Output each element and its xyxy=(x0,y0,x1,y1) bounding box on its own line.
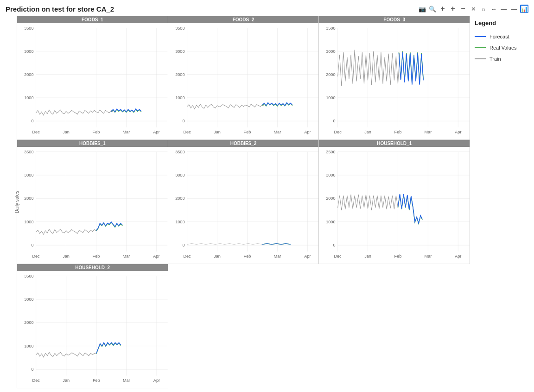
chart-household1-header: HOUSEHOLD_1 xyxy=(319,140,470,147)
svg-text:Mar: Mar xyxy=(425,130,432,134)
chart-row-2: HOBBIES_1 35 xyxy=(4,140,470,264)
svg-text:Dec: Dec xyxy=(32,254,40,259)
svg-text:3500: 3500 xyxy=(24,150,33,154)
chart-foods1-header: FOODS_1 xyxy=(17,16,168,23)
chart-household1-svg: 3500 3000 2000 1000 0 Dec xyxy=(319,147,470,264)
minus-icon[interactable]: − xyxy=(459,5,467,13)
toolbar: Prediction on test for store CA_2 📷 🔍 + … xyxy=(4,4,530,14)
svg-text:0: 0 xyxy=(31,243,33,247)
chart-hobbies1-header: HOBBIES_1 xyxy=(17,140,168,147)
svg-text:Feb: Feb xyxy=(243,254,251,259)
svg-text:1000: 1000 xyxy=(326,220,336,224)
home-icon[interactable]: ⌂ xyxy=(479,5,488,13)
svg-text:3500: 3500 xyxy=(326,25,336,30)
chart-foods3-header: FOODS_3 xyxy=(319,16,470,23)
svg-text:Apr: Apr xyxy=(455,130,462,134)
svg-text:Dec: Dec xyxy=(183,130,191,134)
svg-text:1000: 1000 xyxy=(24,95,33,100)
svg-text:2000: 2000 xyxy=(24,196,33,201)
add-icon-2[interactable]: + xyxy=(449,5,457,13)
dash-icon-2[interactable]: — xyxy=(510,5,518,13)
chart-hobbies2-svg: 3500 3000 2000 1000 0 Dec xyxy=(168,147,319,264)
svg-text:3500: 3500 xyxy=(24,274,33,278)
chart-hobbies1-svg: 3500 3000 2000 1000 0 Dec xyxy=(17,147,168,264)
svg-text:Dec: Dec xyxy=(32,378,40,383)
svg-text:3000: 3000 xyxy=(175,173,184,177)
main-container: Prediction on test for store CA_2 📷 🔍 + … xyxy=(0,0,534,392)
chart-foods3-body: 3500 3000 2000 1000 0 Dec xyxy=(319,23,470,139)
chart-household2-svg: 3500 3000 2000 1000 0 Dec xyxy=(17,271,168,388)
svg-text:0: 0 xyxy=(182,119,184,123)
resize-icon[interactable]: ↔ xyxy=(490,5,498,13)
svg-text:0: 0 xyxy=(31,367,33,372)
chart-foods2-header: FOODS_2 xyxy=(168,16,319,23)
svg-text:Dec: Dec xyxy=(334,130,342,134)
svg-text:Apr: Apr xyxy=(455,254,462,259)
legend-item-realvalues: Real Values xyxy=(475,45,526,51)
svg-text:2000: 2000 xyxy=(175,72,184,77)
svg-text:Feb: Feb xyxy=(93,378,100,383)
svg-text:3000: 3000 xyxy=(24,49,33,54)
chart-foods3-svg: 3500 3000 2000 1000 0 Dec xyxy=(319,23,470,139)
toolbar-icons: 📷 🔍 + + − ✕ ⌂ ↔ — — 📊 xyxy=(418,5,528,13)
chart-household2: HOUSEHOLD_2 xyxy=(17,264,168,388)
legend-item-train: Train xyxy=(475,56,526,62)
legend-line-forecast xyxy=(475,36,486,37)
chart-row-3: HOUSEHOLD_2 xyxy=(4,264,470,388)
svg-text:3000: 3000 xyxy=(24,173,33,177)
svg-text:Feb: Feb xyxy=(93,130,100,134)
svg-text:3500: 3500 xyxy=(326,150,336,154)
svg-text:1000: 1000 xyxy=(24,220,33,224)
legend-label-forecast: Forecast xyxy=(490,34,509,39)
chart-hobbies2: HOBBIES_2 35 xyxy=(168,140,319,264)
svg-text:2000: 2000 xyxy=(326,196,336,201)
svg-text:3000: 3000 xyxy=(326,49,336,54)
chart-household2-header: HOUSEHOLD_2 xyxy=(17,264,168,271)
svg-text:Jan: Jan xyxy=(63,254,70,259)
svg-text:Jan: Jan xyxy=(214,254,221,259)
svg-text:2000: 2000 xyxy=(175,196,184,201)
chart-hobbies1-body: 3500 3000 2000 1000 0 Dec xyxy=(17,147,168,264)
content-area: Daily sales FOODS_1 xyxy=(4,16,530,388)
svg-text:Dec: Dec xyxy=(32,130,40,134)
legend-line-train xyxy=(475,58,486,59)
svg-text:3000: 3000 xyxy=(326,173,336,177)
svg-text:2000: 2000 xyxy=(24,72,33,77)
chart-foods3: FOODS_3 3500 xyxy=(319,16,470,140)
svg-text:Apr: Apr xyxy=(153,378,160,383)
svg-text:Feb: Feb xyxy=(243,130,251,134)
svg-text:Apr: Apr xyxy=(304,130,311,134)
svg-text:Mar: Mar xyxy=(425,254,432,259)
chart-foods1-body: 3500 3000 2000 1000 0 Dec xyxy=(17,23,168,139)
chart-foods1: FOODS_1 xyxy=(17,16,168,140)
charts-section: Daily sales FOODS_1 xyxy=(4,16,470,388)
legend-item-forecast: Forecast xyxy=(475,34,526,39)
legend-label-train: Train xyxy=(490,56,501,62)
chart-household1-body: 3500 3000 2000 1000 0 Dec xyxy=(319,147,470,264)
svg-text:Apr: Apr xyxy=(304,254,311,259)
chart-hobbies1: HOBBIES_1 35 xyxy=(17,140,168,264)
chart-row-1: FOODS_1 xyxy=(4,16,470,140)
svg-text:Mar: Mar xyxy=(123,378,130,383)
svg-text:Jan: Jan xyxy=(63,130,70,134)
y-axis-label: Daily sales xyxy=(14,191,19,213)
camera-icon[interactable]: 📷 xyxy=(418,5,426,13)
chart-hobbies2-header: HOBBIES_2 xyxy=(168,140,319,147)
bar-chart-icon[interactable]: 📊 xyxy=(520,5,528,13)
svg-text:Feb: Feb xyxy=(93,254,100,259)
chart-foods2-body: 3500 3000 2000 1000 0 Dec xyxy=(168,23,319,139)
svg-text:Feb: Feb xyxy=(394,130,402,134)
svg-text:2000: 2000 xyxy=(24,320,33,325)
dash-icon-1[interactable]: — xyxy=(500,5,508,13)
svg-text:0: 0 xyxy=(333,243,336,247)
add-icon-1[interactable]: + xyxy=(439,5,447,13)
svg-text:Mar: Mar xyxy=(273,130,281,134)
svg-text:Jan: Jan xyxy=(365,254,372,259)
chart-household1: HOUSEHOLD_1 xyxy=(319,140,470,264)
zoom-icon[interactable]: 🔍 xyxy=(428,5,437,13)
close-icon[interactable]: ✕ xyxy=(469,5,477,13)
chart-hobbies2-body: 3500 3000 2000 1000 0 Dec xyxy=(168,147,319,264)
svg-text:1000: 1000 xyxy=(326,95,336,100)
svg-text:1000: 1000 xyxy=(175,220,184,224)
svg-text:Mar: Mar xyxy=(123,254,130,259)
